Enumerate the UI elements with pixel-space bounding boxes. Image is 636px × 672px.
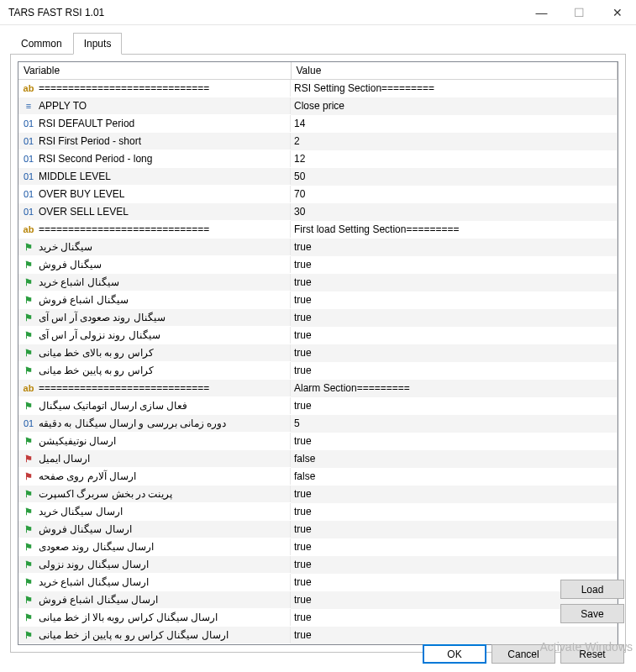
variable-cell[interactable]: ⚑کراس رو به پایین خط میانی [18,362,291,379]
table-row[interactable]: ⚑کراس رو به پایین خط میانیtrue [18,362,618,380]
table-row[interactable]: 01MIDDLE LEVEL50 [18,168,618,186]
table-row[interactable]: ⚑سیگنال اشباع فروشtrue [18,291,618,309]
table-row[interactable]: ⚑سیگنال خریدtrue [18,239,618,256]
table-row[interactable]: ⚑ارسال سیگنال فروشtrue [18,521,618,538]
table-row[interactable]: ≡APPLY TOClose price [18,97,618,115]
load-button[interactable]: Load [560,580,624,599]
value-cell[interactable]: 2 [291,133,618,150]
variable-cell[interactable]: ab============================= [18,380,291,396]
variable-cell[interactable]: 01RSI DEFAULT Period [18,115,291,132]
variable-cell[interactable]: ⚑ارسال سیگنال کراس رو به پایین از خط میا… [18,627,291,643]
variable-cell[interactable]: ⚑ارسال سیگنال روند صعودی [18,538,291,555]
variable-cell[interactable]: ⚑کراس رو به بالای خط میانی [18,344,291,361]
value-cell[interactable]: true [291,627,618,644]
table-row[interactable]: ⚑فعال سازی ارسال اتوماتیک سیگنالtrue [18,397,618,415]
value-cell[interactable]: false [291,450,618,468]
value-cell[interactable]: true [291,503,618,521]
save-button[interactable]: Save [560,604,624,623]
value-cell[interactable]: Close price [291,97,618,115]
variable-cell[interactable]: ⚑فعال سازی ارسال اتوماتیک سیگنال [18,397,291,414]
table-row[interactable]: ⚑سیگنال اشباع خریدtrue [18,274,618,291]
variable-cell[interactable]: ⚑ارسال سیگنال خرید [18,503,291,520]
value-cell[interactable]: true [291,521,618,538]
value-cell[interactable]: true [291,327,618,344]
value-cell[interactable]: true [291,344,618,362]
variable-cell[interactable]: 01دوره زمانی بررسی و ارسال سیگنال به دقی… [18,415,291,432]
table-row[interactable]: ⚑سیگنال روند نزولی آر اس آیtrue [18,327,618,344]
value-cell[interactable]: 12 [291,150,618,168]
variable-cell[interactable]: ⚑پرینت در بخش سربرگ اکسپرت [18,486,291,502]
variable-cell[interactable]: ⚑ارسال سیگنال روند نزولی [18,556,291,573]
variable-cell[interactable]: ⚑ارسال سیگنال اشباع خرید [18,574,291,591]
table-row[interactable]: 01دوره زمانی بررسی و ارسال سیگنال به دقی… [18,415,618,433]
value-cell[interactable]: true [291,274,618,291]
value-cell[interactable]: 70 [291,186,618,203]
variable-cell[interactable]: 01MIDDLE LEVEL [18,168,291,185]
table-row[interactable]: 01OVER SELL LEVEL30 [18,203,618,221]
variable-cell[interactable]: ⚑ارسال سیگنال فروش [18,521,291,538]
reset-button[interactable]: Reset [560,644,624,664]
value-cell[interactable]: false [291,468,618,486]
value-cell[interactable]: true [291,397,618,415]
table-row[interactable]: ⚑ارسال سیگنال کراس رو به پایین از خط میا… [18,627,618,644]
table-row[interactable]: ⚑سیگنال فروشtrue [18,256,618,274]
variable-cell[interactable]: ⚑سیگنال روند صعودی آر اس آی [18,309,291,326]
value-cell[interactable]: Alarm Section========= [291,380,618,397]
table-row[interactable]: 01OVER BUY LEVEL70 [18,186,618,203]
value-cell[interactable]: true [291,239,618,256]
variable-cell[interactable]: 01RSI Second Period - long [18,150,291,167]
column-header-variable[interactable]: Variable [18,62,291,80]
table-row[interactable]: ab=============================First loa… [18,221,618,239]
column-header-value[interactable]: Value [291,62,618,80]
variable-cell[interactable]: ⚑سیگنال خرید [18,239,291,255]
value-cell[interactable]: true [291,433,618,450]
table-row[interactable]: ⚑ارسال نوتیفیکیشنtrue [18,433,618,450]
variable-cell[interactable]: ≡APPLY TO [18,97,291,114]
tab-common[interactable]: Common [10,33,73,55]
value-cell[interactable]: true [291,556,618,574]
variable-cell[interactable]: 01OVER BUY LEVEL [18,186,291,202]
table-row[interactable]: ab=============================Alarm Sec… [18,380,618,397]
minimize-button[interactable]: — [523,0,560,25]
variable-cell[interactable]: ⚑ارسال سیگنال کراس روبه بالا از خط میانی [18,609,291,626]
variable-cell[interactable]: ⚑ارسال آلارم روی صفحه [18,468,291,485]
variable-cell[interactable]: ⚑ارسال سیگنال اشباع فروش [18,591,291,608]
table-row[interactable]: ⚑ارسال سیگنال روند نزولیtrue [18,556,618,574]
table-row[interactable]: ⚑ارسال آلارم روی صفحهfalse [18,468,618,486]
ok-button[interactable]: OK [423,644,486,664]
table-row[interactable]: 01RSI First Period - short2 [18,133,618,150]
table-row[interactable]: ⚑ارسال سیگنال کراس روبه بالا از خط میانی… [18,609,618,627]
table-row[interactable]: ⚑سیگنال روند صعودی آر اس آیtrue [18,309,618,327]
table-row[interactable]: ⚑ارسال سیگنال روند صعودیtrue [18,538,618,556]
table-row[interactable]: ⚑ارسال ایمیلfalse [18,450,618,468]
table-row[interactable]: 01RSI Second Period - long12 [18,150,618,168]
value-cell[interactable]: true [291,486,618,503]
tab-inputs[interactable]: Inputs [73,33,123,55]
value-cell[interactable]: First load Setting Section========= [291,221,618,239]
value-cell[interactable]: true [291,291,618,309]
value-cell[interactable]: 50 [291,168,618,186]
variable-cell[interactable]: ⚑سیگنال اشباع خرید [18,274,291,291]
table-row[interactable]: ⚑ارسال سیگنال اشباع فروشtrue [18,591,618,609]
variable-cell[interactable]: ⚑سیگنال اشباع فروش [18,291,291,308]
variable-cell[interactable]: ⚑ارسال ایمیل [18,450,291,467]
value-cell[interactable]: 5 [291,415,618,433]
variable-cell[interactable]: ⚑ارسال نوتیفیکیشن [18,433,291,449]
table-row[interactable]: ⚑ارسال سیگنال اشباع خریدtrue [18,574,618,591]
variable-cell[interactable]: 01OVER SELL LEVEL [18,203,291,220]
maximize-button[interactable]: ☐ [560,0,598,25]
table-row[interactable]: 01RSI DEFAULT Period14 [18,115,618,133]
variable-cell[interactable]: ⚑سیگنال فروش [18,256,291,273]
variable-cell[interactable]: ab============================= [18,221,291,238]
table-row[interactable]: ab=============================RSI Setti… [18,80,618,98]
value-cell[interactable]: true [291,362,618,380]
value-cell[interactable]: RSI Setting Section========= [291,80,618,98]
value-cell[interactable]: true [291,256,618,274]
variable-cell[interactable]: 01RSI First Period - short [18,133,291,150]
table-row[interactable]: ⚑پرینت در بخش سربرگ اکسپرتtrue [18,486,618,503]
value-cell[interactable]: true [291,309,618,327]
variable-cell[interactable]: ab============================= [18,80,291,97]
table-row[interactable]: ⚑کراس رو به بالای خط میانیtrue [18,344,618,362]
cancel-button[interactable]: Cancel [491,644,555,664]
table-row[interactable]: ⚑ارسال سیگنال خریدtrue [18,503,618,521]
